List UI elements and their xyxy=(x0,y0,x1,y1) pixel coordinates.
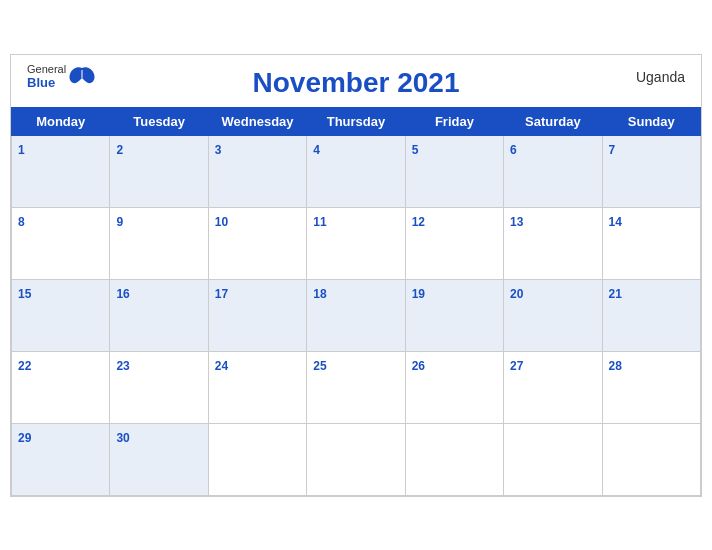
day-number: 23 xyxy=(116,359,129,373)
day-number: 5 xyxy=(412,143,419,157)
calendar-cell: 19 xyxy=(405,279,503,351)
day-number: 7 xyxy=(609,143,616,157)
day-number: 25 xyxy=(313,359,326,373)
calendar-cell xyxy=(307,423,405,495)
calendar-cell: 14 xyxy=(602,207,700,279)
day-number: 17 xyxy=(215,287,228,301)
header-wednesday: Wednesday xyxy=(208,107,306,135)
day-number: 10 xyxy=(215,215,228,229)
day-number: 22 xyxy=(18,359,31,373)
calendar-week-row: 1234567 xyxy=(12,135,701,207)
calendar-header: General Blue November 2021 Uganda xyxy=(11,55,701,107)
calendar-cell: 27 xyxy=(504,351,602,423)
day-number: 30 xyxy=(116,431,129,445)
header-friday: Friday xyxy=(405,107,503,135)
day-number: 16 xyxy=(116,287,129,301)
day-number: 11 xyxy=(313,215,326,229)
day-number: 14 xyxy=(609,215,622,229)
day-number: 15 xyxy=(18,287,31,301)
logo-general-text: General xyxy=(27,63,66,75)
calendar-cell: 25 xyxy=(307,351,405,423)
day-number: 9 xyxy=(116,215,123,229)
header-saturday: Saturday xyxy=(504,107,602,135)
calendar-cell: 20 xyxy=(504,279,602,351)
calendar-cell: 1 xyxy=(12,135,110,207)
country-label: Uganda xyxy=(636,69,685,85)
calendar-cell: 2 xyxy=(110,135,208,207)
calendar-cell: 11 xyxy=(307,207,405,279)
calendar-cell: 10 xyxy=(208,207,306,279)
calendar-cell xyxy=(405,423,503,495)
calendar-cell: 29 xyxy=(12,423,110,495)
header-monday: Monday xyxy=(12,107,110,135)
calendar-cell: 15 xyxy=(12,279,110,351)
day-number: 12 xyxy=(412,215,425,229)
calendar-cell: 17 xyxy=(208,279,306,351)
weekday-header-row: Monday Tuesday Wednesday Thursday Friday… xyxy=(12,107,701,135)
calendar-week-row: 2930 xyxy=(12,423,701,495)
calendar-cell: 30 xyxy=(110,423,208,495)
calendar-cell xyxy=(504,423,602,495)
calendar-cell: 23 xyxy=(110,351,208,423)
calendar-cell xyxy=(208,423,306,495)
day-number: 19 xyxy=(412,287,425,301)
calendar-cell: 9 xyxy=(110,207,208,279)
day-number: 13 xyxy=(510,215,523,229)
calendar-cell: 5 xyxy=(405,135,503,207)
logo-area: General Blue xyxy=(27,63,96,90)
calendar-container: General Blue November 2021 Uganda Monday… xyxy=(10,54,702,497)
logo-bird-icon xyxy=(68,66,96,86)
calendar-cell: 13 xyxy=(504,207,602,279)
day-number: 6 xyxy=(510,143,517,157)
day-number: 8 xyxy=(18,215,25,229)
calendar-cell: 6 xyxy=(504,135,602,207)
month-title: November 2021 xyxy=(252,67,459,99)
calendar-cell: 3 xyxy=(208,135,306,207)
header-tuesday: Tuesday xyxy=(110,107,208,135)
calendar-cell: 8 xyxy=(12,207,110,279)
calendar-week-row: 15161718192021 xyxy=(12,279,701,351)
calendar-cell: 16 xyxy=(110,279,208,351)
day-number: 26 xyxy=(412,359,425,373)
calendar-table: Monday Tuesday Wednesday Thursday Friday… xyxy=(11,107,701,496)
day-number: 1 xyxy=(18,143,25,157)
day-number: 18 xyxy=(313,287,326,301)
calendar-cell: 21 xyxy=(602,279,700,351)
day-number: 21 xyxy=(609,287,622,301)
calendar-cell: 26 xyxy=(405,351,503,423)
logo-blue-text: Blue xyxy=(27,75,66,90)
calendar-cell: 4 xyxy=(307,135,405,207)
header-thursday: Thursday xyxy=(307,107,405,135)
day-number: 20 xyxy=(510,287,523,301)
day-number: 2 xyxy=(116,143,123,157)
calendar-cell: 12 xyxy=(405,207,503,279)
day-number: 3 xyxy=(215,143,222,157)
calendar-week-row: 891011121314 xyxy=(12,207,701,279)
day-number: 4 xyxy=(313,143,320,157)
day-number: 27 xyxy=(510,359,523,373)
calendar-cell xyxy=(602,423,700,495)
calendar-cell: 24 xyxy=(208,351,306,423)
day-number: 29 xyxy=(18,431,31,445)
day-number: 28 xyxy=(609,359,622,373)
day-number: 24 xyxy=(215,359,228,373)
calendar-week-row: 22232425262728 xyxy=(12,351,701,423)
calendar-cell: 22 xyxy=(12,351,110,423)
calendar-cell: 7 xyxy=(602,135,700,207)
header-sunday: Sunday xyxy=(602,107,700,135)
calendar-cell: 18 xyxy=(307,279,405,351)
calendar-cell: 28 xyxy=(602,351,700,423)
